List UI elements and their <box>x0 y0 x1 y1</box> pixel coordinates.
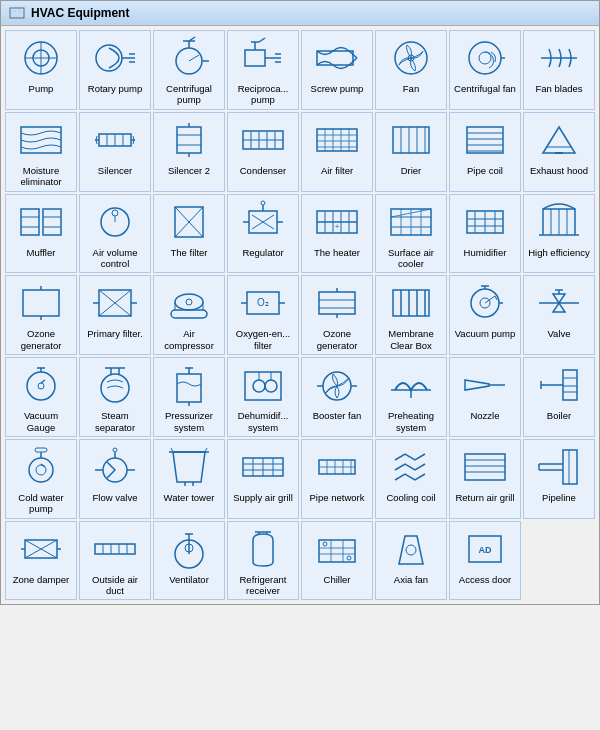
cell-cold-water-pump[interactable]: Cold water pump <box>5 439 77 519</box>
pipe-network-icon <box>311 444 363 490</box>
cell-preheating-system[interactable]: Preheating system <box>375 357 447 437</box>
cell-regulator[interactable]: Regulator <box>227 194 299 274</box>
cell-boiler[interactable]: Boiler <box>523 357 595 437</box>
cell-pipe-network[interactable]: Pipe network <box>301 439 373 519</box>
hvac-window: HVAC Equipment Pump <box>0 0 600 605</box>
pipe-coil-icon <box>459 117 511 163</box>
cell-axia-fan[interactable]: Axia fan <box>375 521 447 601</box>
cell-air-volume-control[interactable]: Air volume control <box>79 194 151 274</box>
svg-rect-68 <box>43 209 61 235</box>
cell-fan-blades[interactable]: Fan blades <box>523 30 595 110</box>
cell-chiller[interactable]: Chiller <box>301 521 373 601</box>
cell-moisture-eliminator[interactable]: Moisture eliminator <box>5 112 77 192</box>
svg-rect-167 <box>35 448 47 452</box>
cell-dehumidifier-system[interactable]: Dehumidif... system <box>227 357 299 437</box>
centrifugal-fan-icon <box>459 35 511 81</box>
cell-reciprocating-pump[interactable]: Reciproca... pump <box>227 30 299 110</box>
cell-booster-fan[interactable]: Booster fan <box>301 357 373 437</box>
axia-fan-label: Axia fan <box>394 574 428 585</box>
svg-rect-107 <box>171 310 207 318</box>
svg-rect-201 <box>95 544 135 554</box>
water-tower-label: Water tower <box>164 492 215 503</box>
cell-high-efficiency[interactable]: High efficiency <box>523 194 595 274</box>
surface-air-cooler-icon <box>385 199 437 245</box>
cell-supply-air-grill[interactable]: Supply air grill <box>227 439 299 519</box>
cell-nozzle[interactable]: Nozzle <box>449 357 521 437</box>
cell-centrifugal-fan[interactable]: Centrifugal fan <box>449 30 521 110</box>
cell-water-tower[interactable]: Water tower <box>153 439 225 519</box>
cell-centrifugal-pump[interactable]: Centrifugal pump <box>153 30 225 110</box>
cell-ozone-generator[interactable]: Ozone generator <box>5 275 77 355</box>
valve-label: Valve <box>547 328 570 339</box>
cell-humidifier[interactable]: Humidifier <box>449 194 521 274</box>
svg-point-135 <box>38 383 44 389</box>
fan-label: Fan <box>403 83 419 94</box>
reciprocating-pump-icon <box>237 35 289 81</box>
cell-refrigerant-receiver[interactable]: Refrigerant receiver <box>227 521 299 601</box>
vacuum-gauge-label: Vacuum Gauge <box>10 410 72 433</box>
cell-zone-damper[interactable]: Zone damper <box>5 521 77 601</box>
cell-steam-separator[interactable]: Steam separator <box>79 357 151 437</box>
cell-oxygen-enriched-filter[interactable]: O₂ Oxygen-en... filter <box>227 275 299 355</box>
cell-fan[interactable]: Fan <box>375 30 447 110</box>
air-compressor-icon <box>163 280 215 326</box>
svg-rect-121 <box>393 290 429 316</box>
cell-condenser[interactable]: Condenser <box>227 112 299 192</box>
cell-ozone-generator-2[interactable]: Ozone generator <box>301 275 373 355</box>
cell-pipeline[interactable]: Pipeline <box>523 439 595 519</box>
surface-air-cooler-label: Surface air cooler <box>380 247 442 270</box>
cell-ventilator[interactable]: Ventilator <box>153 521 225 601</box>
cell-outside-air-duct[interactable]: Outside air duct <box>79 521 151 601</box>
cell-the-heater[interactable]: + The heater <box>301 194 373 274</box>
cell-membrane-clear-box[interactable]: Membrane Clear Box <box>375 275 447 355</box>
cell-surface-air-cooler[interactable]: Surface air cooler <box>375 194 447 274</box>
svg-rect-16 <box>245 50 265 66</box>
flow-valve-icon <box>89 444 141 490</box>
cell-flow-valve[interactable]: Flow valve <box>79 439 151 519</box>
refrigerant-receiver-icon <box>237 526 289 572</box>
the-filter-label: The filter <box>171 247 208 258</box>
cooling-coil-icon <box>385 444 437 490</box>
cell-pipe-coil[interactable]: Pipe coil <box>449 112 521 192</box>
cell-vacuum-pump[interactable]: Vacuum pump <box>449 275 521 355</box>
svg-point-26 <box>469 42 501 74</box>
cell-rotary-pump[interactable]: Rotary pump <box>79 30 151 110</box>
cell-air-compressor[interactable]: Air compressor <box>153 275 225 355</box>
cell-air-filter[interactable]: Air filter <box>301 112 373 192</box>
cell-vacuum-gauge[interactable]: Vacuum Gauge <box>5 357 77 437</box>
svg-rect-101 <box>23 290 59 316</box>
cell-muffler[interactable]: Muffler <box>5 194 77 274</box>
window-title: HVAC Equipment <box>31 6 129 20</box>
reciprocating-pump-label: Reciproca... pump <box>232 83 294 106</box>
cell-return-air-grill[interactable]: Return air grill <box>449 439 521 519</box>
cell-exhaust-hood[interactable]: Exhaust hood <box>523 112 595 192</box>
svg-rect-23 <box>317 51 353 65</box>
cell-valve[interactable]: Valve <box>523 275 595 355</box>
cell-pump[interactable]: Pump <box>5 30 77 110</box>
silencer-label: Silencer <box>98 165 132 176</box>
svg-point-27 <box>479 52 491 64</box>
cell-screw-pump[interactable]: Screw pump <box>301 30 373 110</box>
condenser-icon <box>237 117 289 163</box>
cell-access-door[interactable]: AD Access door <box>449 521 521 601</box>
cell-pressurizer-system[interactable]: Pressurizer system <box>153 357 225 437</box>
primary-filter-icon <box>89 280 141 326</box>
membrane-clear-box-label: Membrane Clear Box <box>380 328 442 351</box>
regulator-icon <box>237 199 289 245</box>
cell-cooling-coil[interactable]: Cooling coil <box>375 439 447 519</box>
muffler-label: Muffler <box>27 247 56 258</box>
svg-point-173 <box>113 448 117 452</box>
cell-silencer[interactable]: Silencer <box>79 112 151 192</box>
ozone-generator-icon <box>15 280 67 326</box>
booster-fan-label: Booster fan <box>313 410 362 421</box>
svg-rect-56 <box>393 127 429 153</box>
air-volume-control-label: Air volume control <box>84 247 146 270</box>
svg-rect-213 <box>319 540 355 562</box>
cell-silencer-2[interactable]: Silencer 2 <box>153 112 225 192</box>
cell-drier[interactable]: Drier <box>375 112 447 192</box>
cell-primary-filter[interactable]: Primary filter. <box>79 275 151 355</box>
equipment-grid: Pump Rotary pump <box>1 26 599 604</box>
vacuum-gauge-icon <box>15 362 67 408</box>
high-efficiency-label: High efficiency <box>528 247 590 258</box>
cell-the-filter[interactable]: The filter <box>153 194 225 274</box>
